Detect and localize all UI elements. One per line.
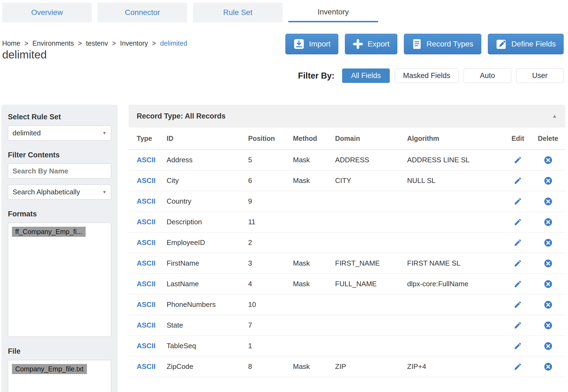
filter-masked-fields-button[interactable]: Masked Fields: [395, 69, 459, 83]
table-row: ASCII Address 5 Mask ADDRESS ADDRESS LIN…: [129, 150, 565, 170]
export-plus-icon: [353, 39, 363, 49]
delete-icon[interactable]: [544, 300, 553, 309]
sidebar: Select Rule Set delimited ▼ Filter Conte…: [1, 105, 118, 392]
table-body: ASCII Address 5 Mask ADDRESS ADDRESS LIN…: [129, 150, 565, 377]
file-list-item[interactable]: Company_Emp_file.txt: [12, 364, 87, 374]
edit-icon[interactable]: [514, 197, 522, 206]
search-input[interactable]: [8, 164, 111, 179]
filter-all-fields-button[interactable]: All Fields: [342, 69, 390, 83]
column-header-method: Method: [293, 135, 335, 142]
cell-position: 10: [248, 300, 293, 309]
import-button[interactable]: Import: [285, 34, 338, 54]
tab-inventory[interactable]: Inventory: [288, 3, 378, 22]
delete-icon[interactable]: [544, 217, 553, 227]
formats-list: ff_Company_Emp_fi...: [8, 223, 111, 337]
content-area: Select Rule Set delimited ▼ Filter Conte…: [1, 105, 565, 392]
breadcrumb-testenv[interactable]: testenv: [86, 39, 108, 47]
export-button-label: Export: [367, 40, 389, 48]
page-title: delimited: [2, 48, 47, 61]
column-header-algorithm: Algorithm: [407, 135, 505, 142]
sort-select-value: Search Alphabetically: [13, 188, 80, 196]
edit-icon[interactable]: [514, 321, 522, 329]
column-header-delete: Delete: [538, 135, 558, 142]
action-toolbar: Import Export Record Types Define Fields: [285, 34, 564, 54]
filter-bar: Filter By: All Fields Masked Fields Auto…: [298, 69, 564, 83]
cell-method: Mask: [293, 259, 335, 267]
cell-algorithm: ADDRESS LINE SL: [407, 156, 505, 164]
edit-icon[interactable]: [514, 238, 522, 247]
cell-type: ASCII: [129, 259, 167, 267]
cell-type: ASCII: [129, 342, 167, 350]
table-row: ASCII LastName 4 Mask FULL_NAME dlpx-cor…: [129, 274, 565, 294]
breadcrumb-current: delimited: [160, 39, 187, 47]
cell-id: PhoneNumbers: [167, 300, 248, 309]
edit-icon[interactable]: [514, 218, 522, 226]
rule-set-select[interactable]: delimited ▼: [8, 126, 111, 141]
breadcrumb-inventory[interactable]: Inventory: [120, 39, 148, 47]
tab-connector[interactable]: Connector: [98, 3, 187, 22]
table-header-row: Type ID Position Method Domain Algorithm…: [129, 127, 565, 150]
cell-type: ASCII: [129, 300, 167, 309]
delete-icon[interactable]: [544, 279, 553, 289]
cell-id: City: [167, 176, 248, 185]
edit-icon[interactable]: [514, 176, 522, 185]
cell-id: EmployeeID: [167, 238, 248, 247]
cell-method: Mask: [293, 176, 335, 185]
record-type-header-label: Record Type: All Records: [137, 112, 226, 120]
inventory-table: Record Type: All Records ▲ Type ID Posit…: [129, 105, 565, 392]
table-row: ASCII PhoneNumbers 10: [129, 294, 565, 315]
filter-auto-button[interactable]: Auto: [464, 69, 511, 83]
define-fields-button[interactable]: Define Fields: [488, 34, 564, 54]
record-types-button-label: Record Types: [426, 40, 473, 48]
table-row: ASCII Description 11: [129, 212, 565, 232]
delete-icon[interactable]: [544, 238, 553, 247]
import-button-label: Import: [309, 40, 330, 48]
delete-icon[interactable]: [544, 197, 553, 206]
edit-icon[interactable]: [514, 342, 522, 350]
cell-domain: ADDRESS: [335, 156, 407, 164]
delete-icon[interactable]: [544, 341, 553, 351]
table-row: ASCII FirstName 3 Mask FIRST_NAME FIRST …: [129, 253, 565, 274]
delete-icon[interactable]: [544, 155, 553, 165]
cell-method: Mask: [293, 362, 335, 371]
delete-icon[interactable]: [544, 259, 553, 268]
file-list: Company_Emp_file.txt: [8, 360, 111, 392]
breadcrumb-environments[interactable]: Environments: [32, 39, 74, 47]
column-header-edit: Edit: [511, 135, 524, 142]
cell-type: ASCII: [129, 156, 167, 164]
sort-select[interactable]: Search Alphabetically ▼: [8, 185, 111, 200]
edit-icon[interactable]: [514, 156, 522, 164]
edit-icon[interactable]: [514, 362, 522, 371]
breadcrumb-separator: >: [112, 39, 116, 47]
edit-icon[interactable]: [514, 280, 522, 288]
delete-icon[interactable]: [544, 321, 553, 330]
cell-domain: FIRST_NAME: [335, 259, 407, 267]
filter-contents-label: Filter Contents: [8, 151, 111, 159]
record-types-button[interactable]: Record Types: [404, 34, 481, 54]
cell-algorithm: dlpx-core:FullName: [407, 280, 505, 288]
breadcrumb-home[interactable]: Home: [2, 39, 20, 47]
cell-algorithm: FIRST NAME SL: [407, 259, 505, 267]
delete-icon[interactable]: [544, 362, 553, 371]
filter-user-button[interactable]: User: [516, 69, 564, 83]
delete-icon[interactable]: [544, 176, 553, 185]
cell-position: 1: [248, 342, 293, 350]
cell-id: Country: [167, 197, 248, 206]
file-label: File: [8, 347, 111, 356]
cell-type: ASCII: [129, 238, 167, 247]
cell-position: 11: [248, 218, 293, 226]
tab-rule-set[interactable]: Rule Set: [193, 3, 283, 22]
formats-label: Formats: [8, 210, 111, 218]
cell-type: ASCII: [129, 197, 167, 206]
tab-overview[interactable]: Overview: [2, 3, 92, 22]
edit-icon[interactable]: [514, 259, 522, 267]
format-list-item[interactable]: ff_Company_Emp_fi...: [12, 227, 86, 237]
breadcrumb-separator: >: [78, 39, 82, 47]
cell-position: 7: [248, 321, 293, 329]
edit-icon[interactable]: [514, 300, 522, 309]
cell-id: LastName: [167, 280, 248, 288]
cell-method: Mask: [293, 280, 335, 288]
cell-type: ASCII: [129, 280, 167, 288]
export-button[interactable]: Export: [345, 34, 397, 54]
collapse-arrow-icon[interactable]: ▲: [552, 113, 557, 119]
